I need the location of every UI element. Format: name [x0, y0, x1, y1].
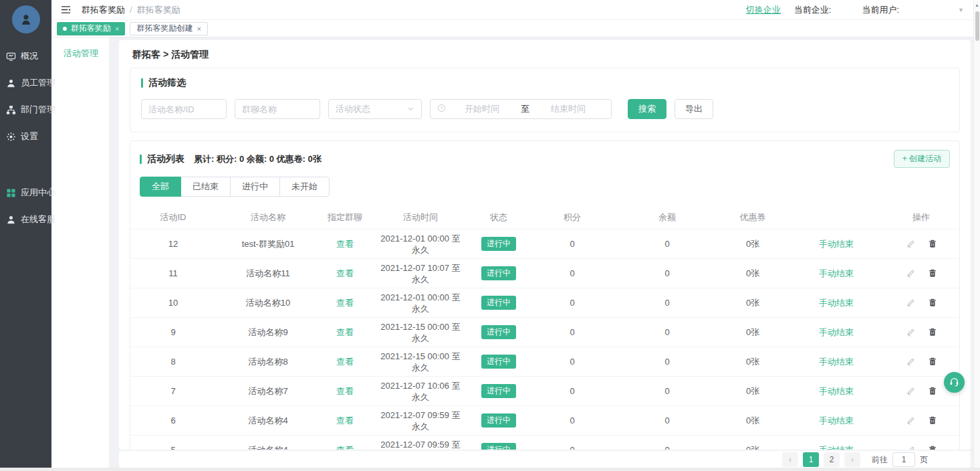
delete-icon[interactable]	[929, 269, 937, 278]
goto-page-input[interactable]	[892, 452, 915, 467]
main-content: 群拓客 > 活动管理 活动筛选 活动状态 开始时间 至 结束时间 搜索 导出	[119, 40, 971, 450]
sidebar-item-2[interactable]: 员工管理	[0, 70, 51, 96]
status-tab-2[interactable]: 已结束	[180, 177, 231, 197]
manual-end-link[interactable]: 手动结束	[819, 239, 854, 249]
clock-icon	[437, 104, 446, 114]
horizontal-scrollbar[interactable]	[0, 468, 980, 471]
cell-manual-end: 手动结束	[789, 385, 883, 397]
sidebar-item-3[interactable]: 部门管理	[0, 96, 51, 123]
cell-coupon: 0张	[716, 356, 789, 368]
delete-icon[interactable]	[929, 387, 937, 395]
manual-end-link[interactable]: 手动结束	[819, 298, 854, 308]
cell-activity-id: 8	[130, 357, 216, 367]
cell-operations	[883, 416, 959, 425]
sidebar-spacer	[0, 150, 51, 179]
status-tab-4[interactable]: 未开始	[279, 177, 330, 197]
tab-2[interactable]: 群拓客奖励创建×	[130, 22, 207, 35]
delete-icon[interactable]	[929, 357, 937, 366]
table-row: 12test-群奖励01查看2021-12-01 00:00 至永久进行中000…	[130, 229, 959, 259]
time-end: 永久	[370, 303, 471, 314]
status-tab-1[interactable]: 全部	[140, 177, 181, 197]
edit-icon[interactable]	[906, 269, 915, 278]
edit-icon[interactable]	[906, 328, 915, 337]
menu-toggle-icon[interactable]	[61, 5, 71, 14]
edit-icon[interactable]	[906, 357, 915, 366]
scroll-up-icon[interactable]: ▲	[974, 0, 980, 7]
search-button[interactable]: 搜索	[628, 99, 666, 119]
table-row: 8活动名称8查看2021-12-15 00:00 至永久进行中000张手动结束	[130, 347, 959, 377]
delete-icon[interactable]	[929, 416, 937, 425]
activity-name-input[interactable]	[141, 99, 227, 119]
delete-icon[interactable]	[929, 298, 937, 307]
switch-company-link[interactable]: 切换企业	[746, 4, 781, 16]
delete-icon[interactable]	[929, 328, 937, 337]
headset-icon	[949, 376, 960, 389]
view-link[interactable]: 查看	[336, 445, 354, 450]
column-header-状态: 状态	[471, 211, 526, 223]
manual-end-link[interactable]: 手动结束	[819, 268, 854, 278]
manual-end-link[interactable]: 手动结束	[819, 357, 854, 367]
edit-icon[interactable]	[906, 416, 915, 425]
chevron-down-icon	[407, 104, 414, 114]
prev-page-button[interactable]: ‹	[782, 452, 798, 467]
manual-end-link[interactable]: 手动结束	[819, 327, 854, 337]
cell-activity-time: 2021-12-15 00:00 至永久	[370, 351, 471, 373]
cell-activity-id: 5	[130, 445, 216, 450]
manual-end-link[interactable]: 手动结束	[819, 415, 854, 426]
view-link[interactable]: 查看	[336, 239, 354, 249]
avatar[interactable]	[12, 5, 40, 33]
gear-icon	[6, 132, 16, 142]
activity-status-select[interactable]: 活动状态	[328, 99, 422, 119]
vertical-scrollbar[interactable]: ▲	[973, 0, 980, 471]
time-end: 永久	[370, 391, 471, 403]
tab-1[interactable]: 群拓客奖励×	[57, 22, 125, 35]
customer-service-button[interactable]	[944, 372, 965, 393]
group-name-input[interactable]	[235, 99, 320, 119]
status-select-placeholder: 活动状态	[336, 103, 370, 115]
cell-manual-end: 手动结束	[789, 415, 883, 427]
date-range-picker[interactable]: 开始时间 至 结束时间	[430, 99, 612, 119]
section-accent-bar	[141, 78, 143, 88]
time-start: 2021-12-15 00:00 至	[370, 321, 471, 333]
sidebar-item-activity-management[interactable]: 活动管理	[51, 37, 109, 60]
page-button-2[interactable]: 2	[824, 452, 840, 467]
view-link[interactable]: 查看	[336, 386, 354, 396]
status-badge: 进行中	[481, 443, 516, 450]
status-tab-3[interactable]: 进行中	[230, 177, 280, 197]
edit-icon[interactable]	[906, 298, 915, 307]
sidebar-item-label: 概况	[21, 50, 38, 62]
export-button[interactable]: 导出	[675, 99, 713, 119]
cell-coupon: 0张	[716, 238, 789, 250]
view-link[interactable]: 查看	[336, 327, 354, 337]
page-button-1[interactable]: 1	[803, 452, 819, 467]
sidebar-item-5[interactable]: 应用中心	[0, 179, 51, 206]
cell-manual-end: 手动结束	[789, 356, 883, 368]
view-link[interactable]: 查看	[336, 415, 354, 426]
next-page-button[interactable]: ›	[844, 452, 860, 467]
cell-operations	[883, 240, 959, 248]
cell-group-chat: 查看	[320, 385, 370, 397]
edit-icon[interactable]	[906, 240, 915, 248]
view-link[interactable]: 查看	[336, 357, 354, 367]
view-link[interactable]: 查看	[336, 298, 354, 308]
chevron-down-icon[interactable]: ▼	[958, 7, 964, 13]
delete-icon[interactable]	[929, 446, 937, 450]
sidebar-item-6[interactable]: 在线客服	[0, 206, 51, 233]
manual-end-link[interactable]: 手动结束	[819, 445, 854, 450]
manual-end-link[interactable]: 手动结束	[819, 386, 854, 396]
time-start: 2021-12-07 09:59 至	[370, 439, 471, 450]
sidebar-item-label: 应用中心	[21, 187, 55, 199]
view-link[interactable]: 查看	[336, 268, 354, 278]
close-icon[interactable]: ×	[197, 25, 201, 33]
delete-icon[interactable]	[929, 240, 937, 248]
start-time-placeholder: 开始时间	[446, 103, 518, 115]
breadcrumb-item[interactable]: 群拓客奖励	[82, 5, 125, 15]
scrollbar-thumb[interactable]	[975, 11, 979, 41]
create-activity-button[interactable]: + 创建活动	[894, 150, 950, 168]
close-icon[interactable]: ×	[115, 25, 119, 33]
edit-icon[interactable]	[906, 387, 915, 395]
cell-activity-id: 7	[130, 386, 216, 396]
sidebar-item-1[interactable]: 概况	[0, 43, 51, 70]
sidebar-item-4[interactable]: 设置	[0, 123, 51, 150]
edit-icon[interactable]	[906, 446, 915, 450]
